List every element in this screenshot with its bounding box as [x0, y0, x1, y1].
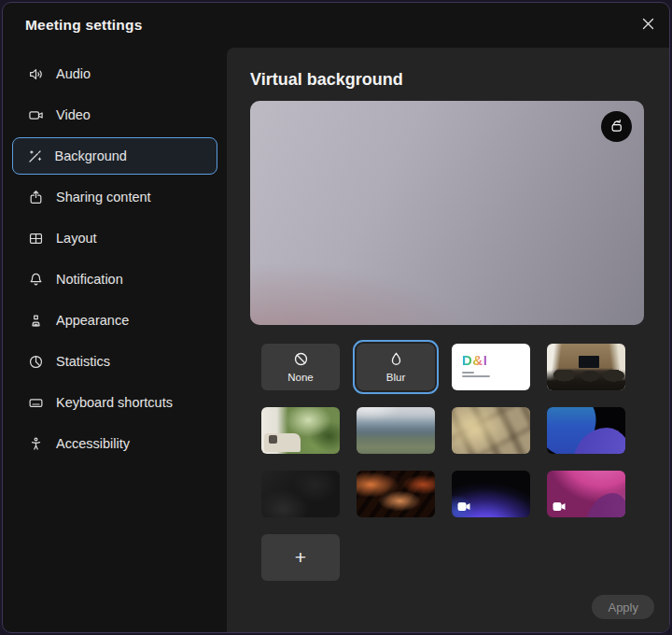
- none-icon: [293, 351, 309, 370]
- background-tile-office[interactable]: [547, 344, 625, 390]
- sidebar-item-background[interactable]: Background: [12, 137, 217, 175]
- background-tile-video-pink[interactable]: [547, 471, 625, 517]
- speaker-icon: [28, 66, 44, 82]
- sidebar-item-keyboard-shortcuts[interactable]: Keyboard shortcuts: [3, 384, 227, 421]
- close-icon: [641, 17, 655, 34]
- sidebar-item-label: Statistics: [56, 354, 110, 369]
- background-tile-abstract-blue[interactable]: [547, 407, 625, 454]
- meeting-settings-dialog: Meeting settings Audio Video Background: [2, 2, 670, 633]
- pillow: [269, 435, 277, 444]
- background-grid: None Blur D&I: [261, 344, 625, 581]
- paint-brush-icon: [28, 313, 44, 329]
- sidebar-item-label: Accessibility: [56, 436, 130, 451]
- video-camera-icon: [457, 501, 471, 511]
- office-tv-screen: [579, 356, 599, 369]
- sidebar-item-label: Keyboard shortcuts: [56, 395, 173, 410]
- tile-label: None: [287, 372, 314, 383]
- accessibility-icon: [28, 436, 44, 452]
- background-tile-window-light[interactable]: [452, 407, 530, 454]
- sidebar-item-label: Video: [56, 107, 91, 122]
- sidebar-item-accessibility[interactable]: Accessibility: [3, 425, 227, 462]
- sidebar-item-video[interactable]: Video: [3, 96, 227, 134]
- sidebar: Audio Video Background Sharing content L…: [3, 51, 227, 466]
- page-title: Virtual background: [250, 70, 403, 90]
- sidebar-item-notification[interactable]: Notification: [3, 261, 227, 298]
- background-tile-dni-logo[interactable]: D&I: [452, 344, 530, 390]
- dni-logo: D&I: [462, 352, 487, 368]
- virtual-background-panel: Virtual background None: [227, 48, 669, 632]
- blur-drop-icon: [388, 351, 404, 370]
- close-button[interactable]: [636, 13, 660, 37]
- sidebar-item-label: Notification: [56, 272, 123, 287]
- sidebar-item-label: Layout: [56, 231, 97, 246]
- dialog-title: Meeting settings: [25, 17, 143, 34]
- video-camera-icon: [28, 107, 44, 123]
- sidebar-item-label: Sharing content: [56, 190, 151, 205]
- pink-wave-shape: [584, 493, 625, 517]
- background-tile-none[interactable]: None: [261, 344, 340, 390]
- sidebar-item-sharing-content[interactable]: Sharing content: [3, 178, 227, 216]
- layout-grid-icon: [28, 231, 44, 247]
- magic-wand-icon: [27, 148, 43, 164]
- share-icon: [28, 190, 44, 205]
- background-tile-mountains[interactable]: [357, 407, 435, 454]
- camera-preview: [250, 101, 644, 325]
- flip-camera-icon: [608, 117, 625, 137]
- video-camera-icon: [553, 501, 567, 511]
- tile-label: Blur: [386, 372, 405, 383]
- background-tile-dark-swirl[interactable]: [261, 471, 340, 517]
- bell-icon: [28, 272, 44, 288]
- dni-tagline: [462, 372, 474, 374]
- apply-button[interactable]: Apply: [592, 595, 654, 619]
- background-tile-lava[interactable]: [357, 471, 435, 517]
- sidebar-item-audio[interactable]: Audio: [3, 55, 227, 92]
- office-furniture: [547, 370, 625, 391]
- dni-tagline: [462, 375, 490, 377]
- pie-chart-icon: [28, 354, 44, 370]
- sidebar-item-label: Audio: [56, 66, 91, 81]
- title-bar: Meeting settings: [3, 3, 669, 48]
- sidebar-item-statistics[interactable]: Statistics: [3, 343, 227, 380]
- sidebar-item-label: Appearance: [56, 313, 129, 328]
- keyboard-icon: [28, 395, 44, 411]
- sidebar-item-label: Background: [55, 148, 127, 163]
- sidebar-item-appearance[interactable]: Appearance: [3, 302, 227, 339]
- flip-camera-button[interactable]: [601, 111, 632, 142]
- background-tile-blur[interactable]: Blur: [357, 344, 435, 390]
- background-tile-video-purple[interactable]: [452, 471, 530, 517]
- sidebar-item-layout[interactable]: Layout: [3, 219, 227, 257]
- background-tile-living-room[interactable]: [261, 407, 340, 454]
- add-background-button[interactable]: +: [261, 534, 340, 581]
